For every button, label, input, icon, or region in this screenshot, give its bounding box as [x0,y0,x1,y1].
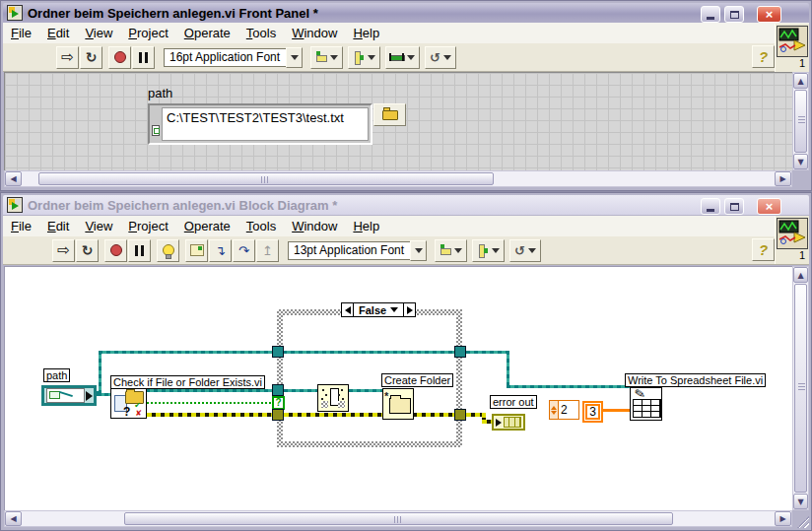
path-wire-down[interactable] [507,351,509,388]
path-input[interactable]: C:\TEST\TEST2\TEST3\test.txt [162,107,369,141]
vscroll-thumb[interactable] [794,284,807,493]
step-out-button[interactable]: ↥ [256,239,279,262]
run-continuously-button[interactable]: ↻ [76,239,99,262]
scroll-down-button[interactable]: ▼ [793,494,808,509]
distribute-objects-button[interactable] [472,239,505,262]
case-selector-value[interactable]: False [359,304,386,316]
menu-help[interactable]: Help [345,217,387,236]
case-selector-terminal[interactable]: ? [272,396,285,410]
tunnel-path-left[interactable] [272,346,284,358]
block-diagram-hscrollbar[interactable]: ◀ ▶ [4,510,792,527]
boolean-wire[interactable] [147,402,275,404]
block-diagram-vscrollbar[interactable]: ▲ ▼ [792,266,809,510]
path-wire-branch[interactable] [99,351,102,395]
vscroll-thumb[interactable] [794,90,807,153]
abort-button[interactable] [104,239,127,262]
scroll-left-button[interactable]: ◀ [5,511,22,526]
font-selector-dropdown-button[interactable] [410,240,427,261]
tunnel-path-inner-left[interactable] [272,384,284,396]
window-resize-grip[interactable] [794,513,809,528]
distribute-objects-button[interactable] [348,46,380,69]
run-button[interactable]: ⇨ [52,239,75,262]
scroll-right-button[interactable]: ▶ [775,171,791,186]
check-file-folder-exists-vi[interactable]: ? ✔ ✘ [110,387,147,419]
vi-icon-corner[interactable]: 1 [775,216,809,264]
run-continuously-button[interactable]: ↻ [80,46,102,69]
numeric-value[interactable]: 2 [559,401,578,419]
block-diagram-canvas[interactable]: path Check if File or Folder Exists.vi ?… [4,266,793,510]
numeric-constant-3[interactable]: 3 [582,401,603,423]
pause-button[interactable] [132,46,155,69]
path-wire-through-case[interactable] [283,351,458,354]
font-selector-dropdown-button[interactable] [286,47,303,68]
hscroll-thumb[interactable] [38,172,494,185]
context-help-button[interactable]: ? [752,238,775,261]
menu-view[interactable]: View [77,217,120,236]
minimize-button[interactable] [701,6,720,23]
menu-edit[interactable]: Edit [39,217,77,236]
menu-file[interactable]: File [3,217,39,236]
tunnel-error-left[interactable] [272,409,284,421]
case-previous-button[interactable] [342,303,354,316]
scroll-right-button[interactable]: ▶ [775,511,791,526]
scroll-left-button[interactable]: ◀ [5,171,22,186]
error-out-terminal[interactable] [492,414,525,431]
scroll-down-button[interactable]: ▼ [793,154,808,169]
align-objects-button[interactable] [435,239,467,262]
font-selector-value[interactable]: 16pt Application Font [164,48,286,67]
menu-help[interactable]: Help [345,24,387,43]
front-panel-vscrollbar[interactable]: ▲ ▼ [792,72,809,170]
tunnel-path-right[interactable] [454,346,466,358]
scroll-up-button[interactable]: ▲ [793,73,808,89]
path-terminal[interactable] [41,385,97,406]
align-objects-button[interactable] [310,46,343,69]
browse-button[interactable] [373,103,406,126]
maximize-button[interactable] [724,6,744,23]
path-wire-to-strip[interactable] [284,389,317,392]
write-to-spreadsheet-vi[interactable]: ✎ [630,387,662,421]
menu-window[interactable]: Window [284,24,345,43]
numeric-wire[interactable] [601,409,630,412]
path-wire-to-write[interactable] [507,385,630,388]
create-folder-node[interactable]: * [382,388,414,420]
resize-objects-button[interactable] [385,46,420,69]
path-wire-to-case[interactable] [146,389,277,392]
highlight-execution-button[interactable] [157,239,179,262]
front-panel-hscrollbar[interactable]: ◀ ▶ [4,170,792,187]
scroll-up-button[interactable]: ▲ [793,267,808,283]
reorder-button[interactable]: ↺ [425,46,456,69]
path-wire-to-create-folder[interactable] [349,389,383,392]
context-help-button[interactable]: ? [752,45,775,68]
menu-tools[interactable]: Tools [238,217,284,236]
step-into-button[interactable]: ↴ [209,239,232,262]
run-button[interactable]: ⇨ [56,46,79,69]
numeric-constant-2[interactable]: 2 [549,400,579,420]
abort-button[interactable] [108,46,131,69]
hscroll-thumb[interactable] [124,512,673,525]
tunnel-error-right[interactable] [454,409,466,421]
increment-decrement-icon[interactable] [550,401,559,419]
numeric-value[interactable]: 3 [585,404,600,420]
menu-project[interactable]: Project [120,24,175,43]
menu-tools[interactable]: Tools [238,24,284,43]
font-selector-value[interactable]: 13pt Application Font [288,241,410,260]
menu-window[interactable]: Window [284,217,345,236]
menu-project[interactable]: Project [120,217,175,236]
menu-edit[interactable]: Edit [39,24,77,43]
retain-wire-values-button[interactable] [185,239,208,262]
close-button[interactable]: × [757,6,781,23]
strip-path-node[interactable] [317,384,349,412]
menu-view[interactable]: View [77,24,120,43]
error-wire-through-case[interactable] [284,413,459,417]
path-wire-out[interactable] [466,351,509,354]
minimize-button[interactable] [701,198,720,215]
vi-icon-corner[interactable]: 1 [775,24,809,72]
maximize-button[interactable] [724,198,744,215]
path-wire-top[interactable] [99,351,277,354]
error-wire[interactable] [147,413,277,417]
case-next-button[interactable] [403,303,415,316]
menu-file[interactable]: File [3,24,39,43]
close-button[interactable]: × [757,198,781,215]
front-panel-canvas[interactable]: path C:\TEST\TEST2\TEST3\test.txt [4,72,793,170]
pause-button[interactable] [128,239,151,262]
